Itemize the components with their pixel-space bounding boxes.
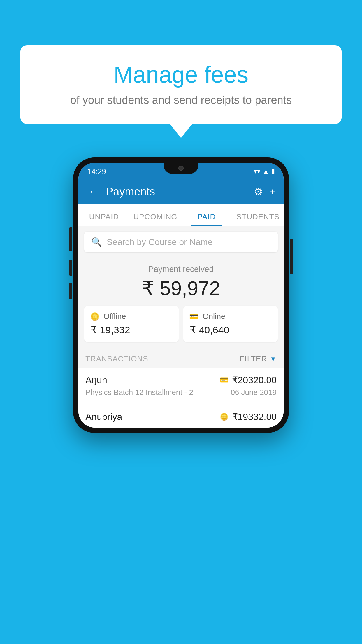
transaction-name: Anupriya xyxy=(85,412,122,422)
transactions-header: TRANSACTIONS FILTER ▼ xyxy=(78,348,284,368)
offline-icon: 🪙 xyxy=(90,312,99,321)
notch xyxy=(164,163,198,174)
speech-bubble: Manage fees of your students and send re… xyxy=(20,45,342,124)
transaction-name: Arjun xyxy=(85,375,107,386)
header-actions: ⚙ + xyxy=(254,186,275,197)
filter-icon: ▼ xyxy=(270,355,277,363)
add-button[interactable]: + xyxy=(270,186,275,197)
transaction-top: Arjun 💳 ₹20320.00 xyxy=(85,374,277,386)
transaction-course: Physics Batch 12 Installment - 2 xyxy=(85,388,193,397)
transaction-amount: ₹20320.00 xyxy=(232,374,277,386)
tabs-bar: UNPAID UPCOMING PAID STUDENTS xyxy=(78,204,284,226)
transaction-date: 06 June 2019 xyxy=(231,388,277,397)
tab-upcoming[interactable]: UPCOMING xyxy=(130,212,181,226)
online-icon: 💳 xyxy=(189,312,198,321)
bubble-subtitle: of your students and send receipts to pa… xyxy=(38,94,324,106)
search-area: 🔍 Search by Course or Name xyxy=(78,226,284,258)
phone-container: 14:29 ▾▾ ▲ ▮ ← Payments ⚙ + UNPAID UPC xyxy=(73,158,289,433)
speech-bubble-container: Manage fees of your students and send re… xyxy=(20,45,342,124)
settings-button[interactable]: ⚙ xyxy=(254,186,263,197)
total-amount: ₹ 59,972 xyxy=(84,277,278,300)
battery-icon: ▮ xyxy=(271,168,275,175)
search-input[interactable]: Search by Course or Name xyxy=(107,237,213,247)
offline-card-header: 🪙 Offline xyxy=(90,312,173,321)
transaction-amount-area: 💳 ₹20320.00 xyxy=(220,374,277,386)
table-row[interactable]: Arjun 💳 ₹20320.00 Physics Batch 12 Insta… xyxy=(78,368,284,404)
cash-payment-icon: 🪙 xyxy=(220,413,229,421)
offline-amount: ₹ 19,332 xyxy=(90,324,173,336)
search-box[interactable]: 🔍 Search by Course or Name xyxy=(84,232,278,252)
online-label: Online xyxy=(203,312,225,321)
payment-received-label: Payment received xyxy=(84,265,278,274)
table-row[interactable]: Anupriya 🪙 ₹19332.00 xyxy=(78,404,284,428)
online-card-header: 💳 Online xyxy=(189,312,272,321)
payment-summary: Payment received ₹ 59,972 🪙 Offline ₹ 19… xyxy=(78,258,284,348)
phone-outer: 14:29 ▾▾ ▲ ▮ ← Payments ⚙ + UNPAID UPC xyxy=(73,158,289,433)
camera-dot xyxy=(178,166,184,171)
phone-screen: 14:29 ▾▾ ▲ ▮ ← Payments ⚙ + UNPAID UPC xyxy=(78,163,284,428)
wifi-icon: ▾▾ xyxy=(254,168,260,175)
offline-label: Offline xyxy=(103,312,126,321)
transaction-bottom: Physics Batch 12 Installment - 2 06 June… xyxy=(85,388,277,397)
online-card: 💳 Online ₹ 40,640 xyxy=(183,306,278,342)
payment-cards: 🪙 Offline ₹ 19,332 💳 Online ₹ 40,640 xyxy=(84,306,278,342)
status-icons: ▾▾ ▲ ▮ xyxy=(254,168,275,175)
signal-icon: ▲ xyxy=(263,168,269,175)
card-payment-icon: 💳 xyxy=(220,376,229,384)
transactions-label: TRANSACTIONS xyxy=(85,354,148,363)
back-button[interactable]: ← xyxy=(87,184,100,199)
tab-unpaid[interactable]: UNPAID xyxy=(78,212,130,226)
app-header: ← Payments ⚙ + xyxy=(78,179,284,204)
page-title: Payments xyxy=(106,186,248,198)
search-icon: 🔍 xyxy=(91,237,102,247)
status-time: 14:29 xyxy=(87,167,106,176)
transaction-amount: ₹19332.00 xyxy=(232,411,277,422)
transaction-amount-area: 🪙 ₹19332.00 xyxy=(220,411,277,422)
filter-button[interactable]: FILTER ▼ xyxy=(240,354,277,363)
filter-label: FILTER xyxy=(240,354,267,363)
tab-paid[interactable]: PAID xyxy=(181,212,232,226)
offline-card: 🪙 Offline ₹ 19,332 xyxy=(84,306,179,342)
tab-students[interactable]: STUDENTS xyxy=(232,212,284,226)
transaction-top: Anupriya 🪙 ₹19332.00 xyxy=(85,411,277,422)
online-amount: ₹ 40,640 xyxy=(189,324,272,336)
bubble-title: Manage fees xyxy=(38,61,324,88)
